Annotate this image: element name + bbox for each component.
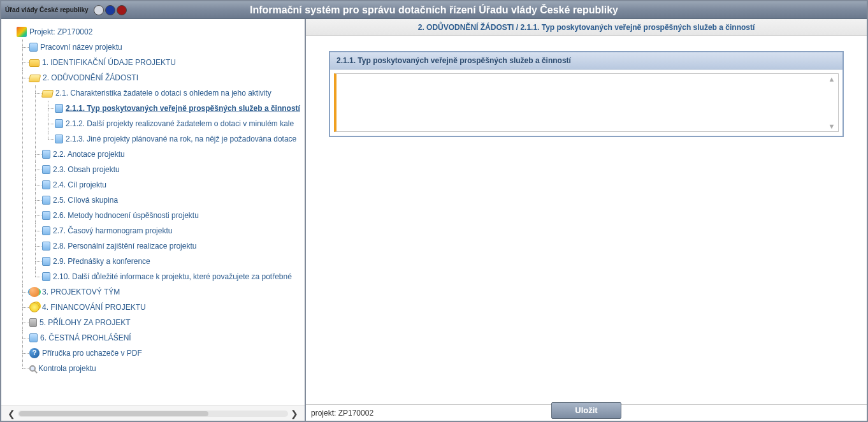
doc-icon xyxy=(55,119,63,128)
tree-node-s2-1-1[interactable]: 2.1.1. Typ poskytovaných veřejně prospěš… xyxy=(42,101,305,116)
doc-icon xyxy=(55,104,63,113)
tree-node-s2-1-2[interactable]: 2.1.2. Další projekty realizované žadate… xyxy=(42,116,305,131)
doc-icon xyxy=(42,211,50,220)
save-button[interactable]: Uložit xyxy=(551,402,621,419)
doc-icon xyxy=(42,196,50,205)
tree-node-sec5[interactable]: 5. PŘÍLOHY ZA PROJEKT xyxy=(17,315,305,330)
header-org: Úřad vlády České republiky xyxy=(5,5,127,15)
footer-bar: projekt: ZP170002 Uložit xyxy=(306,404,867,421)
doc-icon xyxy=(29,333,38,342)
tree-link-s2-6[interactable]: 2.6. Metody hodnocení úspěšnosti projekt… xyxy=(53,211,199,220)
attach-icon xyxy=(29,318,37,327)
tree-node-s2-10[interactable]: 2.10. Další důležité informace k projekt… xyxy=(29,269,305,284)
tree-node-sec4[interactable]: 4. FINANCOVÁNÍ PROJEKTU xyxy=(17,300,305,315)
doc-icon xyxy=(42,180,50,189)
scroll-left-icon[interactable]: ❮ xyxy=(5,409,18,419)
tree-link-manual[interactable]: Příručka pro uchazeče v PDF xyxy=(42,349,142,358)
tree-node-sec6[interactable]: 6. ČESTNÁ PROHLÁŠENÍ xyxy=(17,330,305,346)
tree-link-sec6[interactable]: 6. ČESTNÁ PROHLÁŠENÍ xyxy=(40,333,131,342)
tree-node-s2-1[interactable]: 2.1. Charakteristika žadatele o dotaci s… xyxy=(29,85,305,147)
tree-node-s2-1-3[interactable]: 2.1.3. Jiné projekty plánované na rok, n… xyxy=(42,131,305,147)
tree-node-manual[interactable]: Příručka pro uchazeče v PDF xyxy=(17,346,305,361)
cube-icon xyxy=(17,27,27,37)
tree-node-s2-9[interactable]: 2.9. Přednášky a konference xyxy=(29,254,305,269)
tree-node-s2-2[interactable]: 2.2. Anotace projektu xyxy=(29,147,305,162)
tree-link-s2-7[interactable]: 2.7. Časový harmonogram projektu xyxy=(53,226,172,235)
doc-icon xyxy=(55,135,63,143)
tree-link-s2-1-3[interactable]: 2.1.3. Jiné projekty plánované na rok, n… xyxy=(66,135,296,143)
tree-node-s2-3[interactable]: 2.3. Obsah projektu xyxy=(29,162,305,177)
tree-link-s2-9[interactable]: 2.9. Přednášky a konference xyxy=(53,257,150,266)
folder-open-icon xyxy=(41,90,54,98)
description-textarea[interactable] xyxy=(336,74,825,131)
tree-link-sec2[interactable]: 2. ODŮVODNĚNÍ ŽÁDOSTI xyxy=(43,73,138,82)
sidebar: Projekt: ZP170002 Pracovní název projekt… xyxy=(1,19,306,421)
badge-1-icon xyxy=(94,5,104,15)
chevron-up-icon: ▲ xyxy=(828,75,835,83)
tree-view[interactable]: Projekt: ZP170002 Pracovní název projekt… xyxy=(1,19,305,405)
tree-link-sec5[interactable]: 5. PŘÍLOHY ZA PROJEKT xyxy=(40,318,131,327)
doc-icon xyxy=(42,257,50,266)
tree-link-s2-3[interactable]: 2.3. Obsah projektu xyxy=(53,165,120,174)
search-icon xyxy=(29,365,36,372)
badge-2-icon xyxy=(105,5,115,15)
doc-icon xyxy=(29,43,38,52)
tree-link-sec1[interactable]: 1. IDENTIFIKAČNÍ ÚDAJE PROJEKTU xyxy=(42,58,176,67)
scroll-thumb[interactable] xyxy=(19,411,208,416)
tree-link-s2-4[interactable]: 2.4. Cíl projektu xyxy=(53,180,106,189)
chevron-down-icon: ▼ xyxy=(828,122,835,130)
tree-link-prac-nazev[interactable]: Pracovní název projektu xyxy=(40,43,122,52)
app-header: Úřad vlády České republiky Informační sy… xyxy=(1,1,867,19)
content-panel: 2. ODŮVODNĚNÍ ŽÁDOSTI / 2.1.1. Typ posky… xyxy=(306,19,867,421)
badge-3-icon xyxy=(117,5,127,15)
header-badges xyxy=(94,5,127,15)
team-icon xyxy=(29,287,40,297)
tree-node-sec2[interactable]: 2. ODŮVODNĚNÍ ŽÁDOSTI2.1. Charakteristik… xyxy=(17,70,305,284)
tree-node-s2-6[interactable]: 2.6. Metody hodnocení úspěšnosti projekt… xyxy=(29,208,305,223)
doc-icon xyxy=(42,165,50,174)
footer-project-label: projekt: ZP170002 xyxy=(306,409,373,418)
tree-link-check[interactable]: Kontrola projektu xyxy=(38,364,96,373)
app-title: Informační systém pro správu dotačních ř… xyxy=(250,4,618,16)
doc-icon xyxy=(42,242,50,251)
tree-root-label[interactable]: Projekt: ZP170002 xyxy=(29,27,92,36)
folder-open-icon xyxy=(29,75,41,82)
scroll-track[interactable] xyxy=(18,411,288,417)
tree-link-sec4[interactable]: 4. FINANCOVÁNÍ PROJEKTU xyxy=(42,303,146,312)
doc-icon xyxy=(42,226,50,235)
textarea-scroll-hint: ▲ ▼ xyxy=(827,74,837,131)
tree-node-s2-7[interactable]: 2.7. Časový harmonogram projektu xyxy=(29,223,305,238)
sidebar-hscroll[interactable]: ❮ ❯ xyxy=(1,405,305,421)
coins-icon xyxy=(29,302,40,312)
help-icon xyxy=(29,348,40,358)
tree-link-s2-1-2[interactable]: 2.1.2. Další projekty realizované žadate… xyxy=(66,119,294,128)
tree-link-s2-1-1[interactable]: 2.1.1. Typ poskytovaných veřejně prospěš… xyxy=(66,104,300,113)
breadcrumb: 2. ODŮVODNĚNÍ ŽÁDOSTI / 2.1.1. Typ posky… xyxy=(306,19,867,36)
form-title: 2.1.1. Typ poskytovaných veřejně prospěš… xyxy=(330,52,843,69)
doc-icon xyxy=(42,272,50,281)
tree-node-check[interactable]: Kontrola projektu xyxy=(17,361,305,376)
org-label: Úřad vlády České republiky xyxy=(5,6,89,13)
textarea-wrap: ▲ ▼ xyxy=(334,73,839,132)
doc-icon xyxy=(42,150,50,159)
tree-node-s2-4[interactable]: 2.4. Cíl projektu xyxy=(29,177,305,193)
folder-closed-icon xyxy=(29,59,40,67)
scroll-right-icon[interactable]: ❯ xyxy=(288,409,301,419)
tree-link-s2-8[interactable]: 2.8. Personální zajištění realizace proj… xyxy=(53,242,196,251)
tree-link-s2-1[interactable]: 2.1. Charakteristika žadatele o dotaci s… xyxy=(55,89,271,98)
tree-link-sec3[interactable]: 3. PROJEKTOVÝ TÝM xyxy=(42,287,120,296)
form-box: 2.1.1. Typ poskytovaných veřejně prospěš… xyxy=(329,51,844,137)
tree-link-s2-2[interactable]: 2.2. Anotace projektu xyxy=(53,150,125,159)
tree-link-s2-10[interactable]: 2.10. Další důležité informace k projekt… xyxy=(53,272,292,281)
breadcrumb-text: 2. ODŮVODNĚNÍ ŽÁDOSTI / 2.1.1. Typ posky… xyxy=(418,23,755,32)
tree-node-prac-nazev[interactable]: Pracovní název projektu xyxy=(17,40,305,55)
tree-root-node[interactable]: Projekt: ZP170002 Pracovní název projekt… xyxy=(4,24,305,376)
tree-link-s2-5[interactable]: 2.5. Cílová skupina xyxy=(53,196,118,205)
tree-node-s2-5[interactable]: 2.5. Cílová skupina xyxy=(29,193,305,208)
tree-node-s2-8[interactable]: 2.8. Personální zajištění realizace proj… xyxy=(29,238,305,254)
tree-node-sec3[interactable]: 3. PROJEKTOVÝ TÝM xyxy=(17,284,305,300)
tree-node-sec1[interactable]: 1. IDENTIFIKAČNÍ ÚDAJE PROJEKTU xyxy=(17,55,305,70)
